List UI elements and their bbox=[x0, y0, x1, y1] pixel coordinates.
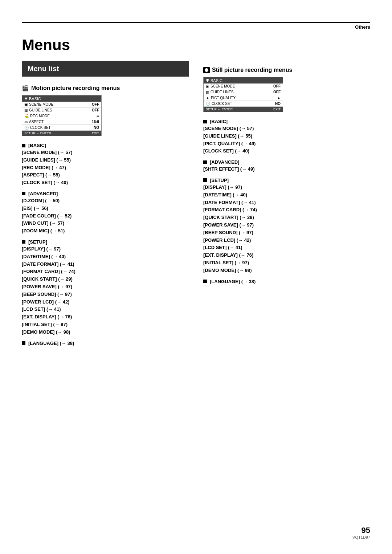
still-advanced-label: [ADVANCED] bbox=[203, 159, 370, 165]
scene-icon: ▣ bbox=[206, 84, 209, 88]
list-item: [FORMAT CARD] (→ 74) bbox=[22, 268, 189, 276]
list-item: [DATE FORMAT] (→ 41) bbox=[22, 261, 189, 268]
bullet-icon bbox=[203, 160, 207, 164]
list-item: [EIS] (→ 56) bbox=[22, 205, 189, 212]
others-label: Others bbox=[22, 23, 370, 33]
list-item: [QUICK START] (→ 29) bbox=[22, 276, 189, 283]
motion-basic-items: [SCENE MODE] (→ 57) [GUIDE LINES] (→ 55)… bbox=[22, 149, 189, 187]
list-item: [LCD SET] (→ 41) bbox=[203, 244, 370, 252]
two-column-layout: Menu list 🎬 Motion picture recording men… bbox=[22, 61, 370, 346]
still-mini-menu-row-guide: ▦ GUIDE LINES OFF bbox=[204, 89, 283, 95]
list-item: [GUIDE LINES] (→ 55) bbox=[203, 133, 370, 140]
bullet-icon bbox=[203, 280, 207, 283]
list-item: [SHTR EFFECT] (→ 49) bbox=[203, 166, 370, 173]
scene-icon: ▣ bbox=[24, 102, 28, 106]
motion-picture-icon: 🎬 bbox=[22, 85, 29, 91]
still-mini-menu: ✱ BASIC ▣ SCENE MODE OFF ▦ GUIDE LINES O… bbox=[203, 77, 283, 112]
list-item: [POWER SAVE] (→ 97) bbox=[22, 283, 189, 291]
list-item: [FORMAT CARD] (→ 74) bbox=[203, 206, 370, 214]
motion-setup-section: [SETUP] [DISPLAY] (→ 97) [DATE/TIME] (→ … bbox=[22, 239, 189, 336]
list-item: [QUICK START] (→ 29) bbox=[203, 214, 370, 221]
still-language-section: [LANGUAGE] (→ 38) bbox=[203, 279, 370, 284]
bullet-icon bbox=[203, 178, 207, 182]
still-basic-label: [BASIC] bbox=[203, 119, 370, 124]
motion-mini-menu-footer: SETUP ← ENTER EXIT bbox=[22, 131, 101, 136]
list-item: [GUIDE LINES] (→ 55) bbox=[22, 156, 189, 164]
list-item: [DISPLAY] (→ 97) bbox=[22, 245, 189, 253]
list-item: [LCD SET] (→ 41) bbox=[22, 306, 189, 313]
bullet-icon bbox=[22, 240, 25, 244]
list-item: [D.ZOOM] (→ 50) bbox=[22, 197, 189, 205]
list-item: [EXT. DISPLAY] (→ 76) bbox=[22, 313, 189, 321]
motion-language-label: [LANGUAGE] (→ 38) bbox=[22, 341, 189, 346]
menu-list-header: Menu list bbox=[22, 61, 189, 77]
still-picture-icon bbox=[203, 67, 210, 73]
mini-menu-row-clock: 🕐 CLOCK SET NO bbox=[22, 125, 101, 131]
still-advanced-items: [SHTR EFFECT] (→ 49) bbox=[203, 166, 370, 173]
still-basic-items: [SCENE MODE] (→ 57) [GUIDE LINES] (→ 55)… bbox=[203, 125, 370, 155]
still-mini-menu-header: ✱ BASIC bbox=[204, 77, 283, 83]
bullet-icon bbox=[22, 192, 25, 195]
guide-icon: ▦ bbox=[206, 90, 209, 94]
rec-icon: ⛳ bbox=[24, 114, 29, 118]
still-basic-section: [BASIC] [SCENE MODE] (→ 57) [GUIDE LINES… bbox=[203, 119, 370, 155]
guide-icon: ▦ bbox=[24, 108, 28, 112]
list-item: [CLOCK SET] (→ 40) bbox=[203, 147, 370, 155]
still-mini-menu-row-scene: ▣ SCENE MODE OFF bbox=[204, 83, 283, 89]
bullet-icon bbox=[203, 120, 207, 123]
motion-mini-menu: ✱ BASIC ▣ SCENE MODE OFF ▦ GUIDE LINES O… bbox=[22, 95, 102, 136]
mini-menu-tab-icon: ✱ bbox=[206, 78, 209, 83]
list-item: [POWER SAVE] (→ 97) bbox=[203, 221, 370, 229]
motion-advanced-label: [ADVANCED] bbox=[22, 191, 189, 196]
mini-menu-row-guide: ▦ GUIDE LINES OFF bbox=[22, 107, 101, 113]
list-item: [BEEP SOUND] (→ 97) bbox=[22, 291, 189, 298]
list-item: [INITIAL SET] (→ 97) bbox=[22, 321, 189, 329]
list-item: [DISPLAY] (→ 97) bbox=[203, 184, 370, 191]
right-column: Still picture recording menus ✱ BASIC ▣ … bbox=[203, 61, 370, 284]
motion-mini-menu-header: ✱ BASIC bbox=[22, 95, 101, 102]
bullet-icon bbox=[22, 144, 25, 147]
list-item: [INITIAL SET] (→ 97) bbox=[203, 259, 370, 267]
motion-setup-items: [DISPLAY] (→ 97) [DATE/TIME] (→ 40) [DAT… bbox=[22, 245, 189, 336]
motion-basic-section: [BASIC] [SCENE MODE] (→ 57) [GUIDE LINES… bbox=[22, 143, 189, 187]
list-item: [PICT. QUALITY] (→ 49) bbox=[203, 140, 370, 148]
still-setup-label: [SETUP] bbox=[203, 178, 370, 183]
mini-menu-row-recmode: ⛳ REC MODE ▪▪ bbox=[22, 113, 101, 119]
mini-menu-row-aspect: ▭ ASPECT 16:9 bbox=[22, 119, 101, 125]
page-footer: 95 VQT1D97 bbox=[352, 526, 370, 539]
list-item: [POWER LCD] (→ 42) bbox=[22, 298, 189, 306]
model-number: VQT1D97 bbox=[352, 535, 370, 539]
list-item: [FADE COLOR] (→ 52) bbox=[22, 212, 189, 220]
aspect-icon: ▭ bbox=[24, 120, 28, 124]
page-number: 95 bbox=[352, 526, 370, 535]
page-title: Menus bbox=[22, 36, 370, 54]
clock-icon: 🕐 bbox=[24, 126, 29, 130]
list-item: [DEMO MODE] (→ 98) bbox=[203, 267, 370, 274]
list-item: [DATE/TIME] (→ 40) bbox=[22, 253, 189, 261]
page-container: Others Menus Menu list 🎬 Motion picture … bbox=[0, 0, 392, 554]
still-setup-items: [DISPLAY] (→ 97) [DATE/TIME] (→ 40) [DAT… bbox=[203, 184, 370, 274]
mini-menu-tab-icon: ✱ bbox=[24, 96, 28, 101]
list-item: [DATE FORMAT] (→ 41) bbox=[203, 199, 370, 207]
still-picture-heading: Still picture recording menus bbox=[203, 67, 370, 73]
list-item: [BEEP SOUND] (→ 97) bbox=[203, 229, 370, 237]
mini-menu-row-scene: ▣ SCENE MODE OFF bbox=[22, 102, 101, 107]
still-mini-menu-footer: SETUP ← ENTER EXIT bbox=[204, 107, 283, 112]
still-language-label: [LANGUAGE] (→ 38) bbox=[203, 279, 370, 284]
list-item: [DATE/TIME] (→ 40) bbox=[203, 191, 370, 199]
pict-icon: ▲ bbox=[206, 96, 209, 100]
motion-advanced-section: [ADVANCED] [D.ZOOM] (→ 50) [EIS] (→ 56) … bbox=[22, 191, 189, 235]
bullet-icon bbox=[22, 341, 25, 345]
list-item: [DEMO MODE] (→ 98) bbox=[22, 329, 189, 336]
list-item: [REC MODE] (→ 47) bbox=[22, 164, 189, 172]
still-advanced-section: [ADVANCED] [SHTR EFFECT] (→ 49) bbox=[203, 159, 370, 173]
list-item: [ZOOM MIC] (→ 51) bbox=[22, 227, 189, 235]
list-item: [WIND CUT] (→ 57) bbox=[22, 220, 189, 227]
motion-basic-label: [BASIC] bbox=[22, 143, 189, 148]
list-item: [SCENE MODE] (→ 57) bbox=[203, 125, 370, 133]
motion-advanced-items: [D.ZOOM] (→ 50) [EIS] (→ 56) [FADE COLOR… bbox=[22, 197, 189, 235]
motion-setup-label: [SETUP] bbox=[22, 239, 189, 245]
list-item: [SCENE MODE] (→ 57) bbox=[22, 149, 189, 156]
motion-language-section: [LANGUAGE] (→ 38) bbox=[22, 341, 189, 346]
still-mini-menu-row-clock: 🕐 CLOCK SET NO bbox=[204, 101, 283, 107]
